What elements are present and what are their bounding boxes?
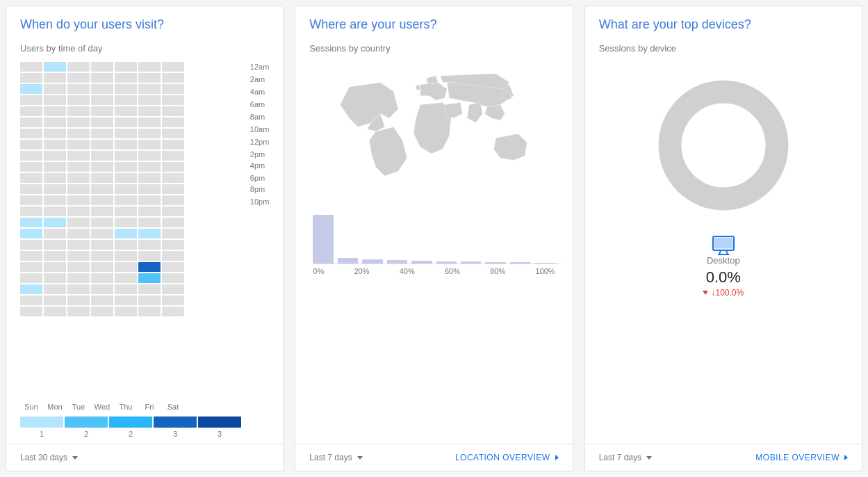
chevron-down-icon xyxy=(646,456,652,460)
heatmap-cell xyxy=(91,273,113,283)
heatmap-cell xyxy=(91,173,113,183)
day-label: Thu xyxy=(115,403,137,411)
heatmap-cell xyxy=(138,195,161,205)
heatmap-cell xyxy=(115,151,137,161)
heatmap-cell xyxy=(115,307,137,316)
heatmap-cell xyxy=(67,240,90,250)
heatmap-row xyxy=(20,184,246,194)
panel-devices-title: What are your top devices? xyxy=(599,17,848,32)
heatmap-cell xyxy=(91,84,113,94)
heatmap-cell xyxy=(138,106,161,116)
heatmap-row xyxy=(20,95,246,105)
device-name: Desktop xyxy=(707,255,740,266)
heatmap-cell xyxy=(91,62,113,72)
heatmap-row xyxy=(20,207,246,216)
heatmap-cell xyxy=(44,95,66,105)
heatmap-cell xyxy=(138,162,161,172)
heatmap-cell xyxy=(91,307,113,316)
panel-when-body: 12am2am4am6am8am10am12pm2pm4pm6pm8pm10pm… xyxy=(6,62,283,438)
heatmap-row xyxy=(20,240,246,250)
map-container: 0% 20% 40% 60% 80% 100% xyxy=(309,62,558,438)
heatmap-cell xyxy=(91,118,113,127)
heatmap-cell xyxy=(67,106,90,116)
donut-container: Desktop 0.0% ↓100.0% xyxy=(599,62,848,438)
device-percent: 0.0% xyxy=(706,268,741,286)
panels-container: When do your users visit? Users by time … xyxy=(0,0,868,477)
heatmap-cell xyxy=(162,62,184,72)
panel-when-date-range[interactable]: Last 30 days xyxy=(20,453,78,462)
heatmap-cell xyxy=(162,173,184,183)
heatmap-cell xyxy=(91,129,113,138)
day-label: Mon xyxy=(44,403,66,411)
legend-bar xyxy=(198,417,241,428)
day-labels: SunMonTueWedThuFriSat xyxy=(20,403,269,411)
heatmap-row xyxy=(20,151,246,161)
heatmap-cell xyxy=(115,195,137,205)
day-label: Wed xyxy=(91,403,113,411)
heatmap-cell xyxy=(20,195,42,205)
mobile-overview-link[interactable]: MOBILE OVERVIEW xyxy=(755,453,848,462)
heatmap-row xyxy=(20,140,246,149)
location-overview-label: LOCATION OVERVIEW xyxy=(455,453,550,462)
heatmap-cell xyxy=(44,229,66,239)
panel-devices-header: What are your top devices? Sessions by d… xyxy=(585,6,862,62)
heatmap-cell xyxy=(67,229,90,239)
axis-label-60pct: 60% xyxy=(445,267,460,275)
heatmap-cell xyxy=(67,140,90,149)
heatmap-cell xyxy=(162,251,184,261)
heatmap-cell xyxy=(20,62,42,72)
mobile-overview-label: MOBILE OVERVIEW xyxy=(755,453,840,462)
heatmap-cell xyxy=(91,296,113,305)
heatmap-cell xyxy=(20,240,42,250)
bar-item xyxy=(411,261,432,264)
panel-where-header: Where are your users? Sessions by countr… xyxy=(295,6,572,62)
heatmap-time-label: 8pm xyxy=(250,184,270,194)
heatmap-cell xyxy=(20,84,42,94)
heatmap-cell xyxy=(44,207,66,216)
heatmap-cell xyxy=(91,207,113,216)
donut-chart xyxy=(647,69,800,222)
heatmap-cell xyxy=(67,184,90,194)
heatmap-row xyxy=(20,307,246,316)
panel-where-body: 0% 20% 40% 60% 80% 100% xyxy=(295,62,572,438)
heatmap-cell xyxy=(162,73,184,83)
heatmap-cell xyxy=(138,84,161,94)
heatmap-row xyxy=(20,251,246,261)
heatmap-cell xyxy=(115,284,137,294)
heatmap-cell xyxy=(20,151,42,161)
heatmap-cell xyxy=(162,162,184,172)
heatmap-cell xyxy=(115,296,137,305)
panel-where-date-range[interactable]: Last 7 days xyxy=(309,453,362,462)
panel-devices-date-range[interactable]: Last 7 days xyxy=(599,453,652,462)
heatmap-cell xyxy=(115,129,137,138)
heatmap-cell xyxy=(138,273,161,283)
heatmap-cell xyxy=(115,273,137,283)
heatmap-cell xyxy=(20,73,42,83)
heatmap-cell xyxy=(115,118,137,127)
heatmap-cell xyxy=(162,207,184,216)
heatmap-cell xyxy=(67,173,90,183)
heatmap-cell xyxy=(44,262,66,272)
panel-where-subtitle: Sessions by country xyxy=(309,43,558,54)
panel-where: Where are your users? Sessions by countr… xyxy=(295,6,573,471)
svg-point-0 xyxy=(670,92,777,199)
panel-devices-date-label: Last 7 days xyxy=(599,453,641,462)
legend-num: 3 xyxy=(173,430,177,438)
heatmap-cell xyxy=(138,62,161,72)
heatmap-cell xyxy=(20,184,42,194)
heatmap-cell xyxy=(162,273,184,283)
panel-when-header: When do your users visit? Users by time … xyxy=(6,6,283,62)
bar-item xyxy=(338,258,358,264)
panel-devices-subtitle: Sessions by device xyxy=(599,43,848,54)
heatmap-cell xyxy=(162,229,184,239)
heatmap-row xyxy=(20,106,246,116)
heatmap-cell xyxy=(20,251,42,261)
legend-item: 2 xyxy=(109,417,152,438)
heatmap-cell xyxy=(162,240,184,250)
heatmap-cell xyxy=(44,151,66,161)
heatmap-row xyxy=(20,262,246,272)
heatmap-cell xyxy=(44,73,66,83)
legend-bar xyxy=(65,417,108,428)
device-change: ↓100.0% xyxy=(703,288,744,298)
location-overview-link[interactable]: LOCATION OVERVIEW xyxy=(455,453,559,462)
